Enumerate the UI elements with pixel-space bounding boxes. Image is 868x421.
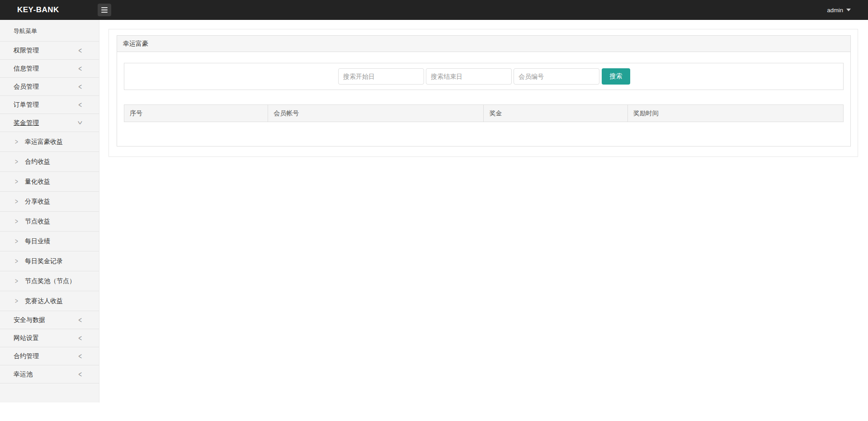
search-end-date-input[interactable] xyxy=(426,68,512,85)
chevron-right-icon: > xyxy=(15,257,18,265)
sidebar-item-label: 权限管理 xyxy=(14,47,39,55)
panel-title: 幸运富豪 xyxy=(117,36,850,52)
sidebar-item-information[interactable]: 信息管理 < xyxy=(0,60,99,78)
content-card: 幸运富豪 搜索 序号 xyxy=(108,29,858,157)
chevron-right-icon: > xyxy=(15,237,18,245)
chevron-left-icon: < xyxy=(78,351,82,361)
sidebar-item-label: 网站设置 xyxy=(14,334,39,342)
sidebar-item-label: 信息管理 xyxy=(14,65,39,73)
sidebar-subitem-label: 每日业绩 xyxy=(25,237,50,246)
panel-body: 搜索 序号 会员帐号 奖金 奖励时间 xyxy=(117,52,850,122)
sidebar-item-label: 安全与数据 xyxy=(14,316,45,324)
sidebar-subitem-daily-bonus-record[interactable]: > 每日奖金记录 xyxy=(0,251,99,271)
sidebar-item-members[interactable]: 会员管理 < xyxy=(0,78,99,96)
brand-logo: KEY-BANK xyxy=(17,5,59,14)
sidebar-subitem-node-income[interactable]: > 节点收益 xyxy=(0,212,99,232)
menu-toggle-button[interactable] xyxy=(98,4,111,16)
sidebar-subitem-label: 幸运富豪收益 xyxy=(25,138,63,146)
chevron-left-icon: < xyxy=(78,333,82,343)
sidebar-subitem-contest-master-income[interactable]: > 竞赛达人收益 xyxy=(0,291,99,311)
search-toolbar: 搜索 xyxy=(124,63,844,90)
search-start-date-input[interactable] xyxy=(338,68,424,85)
column-header-member-account: 会员帐号 xyxy=(268,105,484,122)
sidebar-nav-header: 导航菜单 xyxy=(0,20,99,42)
chevron-right-icon: > xyxy=(15,177,18,185)
chevron-right-icon: > xyxy=(15,157,18,166)
sidebar-subitem-label: 合约收益 xyxy=(25,158,50,166)
sidebar-item-security-data[interactable]: 安全与数据 < xyxy=(0,311,99,329)
sidebar-item-label: 合约管理 xyxy=(14,352,39,360)
sidebar-subitem-label: 量化收益 xyxy=(25,178,50,186)
sidebar-subitem-lucky-rich-income[interactable]: > 幸运富豪收益 xyxy=(0,132,99,152)
chevron-right-icon: > xyxy=(15,297,18,305)
column-header-index: 序号 xyxy=(124,105,268,122)
sidebar-item-permissions[interactable]: 权限管理 < xyxy=(0,42,99,60)
sidebar-item-label: 奖金管理 xyxy=(14,119,39,127)
chevron-left-icon: < xyxy=(78,100,82,109)
lucky-rich-panel: 幸运富豪 搜索 序号 xyxy=(117,35,851,147)
sidebar-item-label: 幸运池 xyxy=(14,370,33,378)
topbar: KEY-BANK admin xyxy=(0,0,868,20)
member-id-input[interactable] xyxy=(514,68,599,85)
results-table: 序号 会员帐号 奖金 奖励时间 xyxy=(124,104,844,122)
chevron-right-icon: > xyxy=(15,137,18,146)
chevron-left-icon: < xyxy=(78,82,82,91)
sidebar-subitem-daily-performance[interactable]: > 每日业绩 xyxy=(0,232,99,251)
user-dropdown[interactable]: admin xyxy=(827,0,851,20)
sidebar-item-lucky-pool[interactable]: 幸运池 < xyxy=(0,365,99,383)
sidebar-item-orders[interactable]: 订单管理 < xyxy=(0,96,99,114)
chevron-right-icon: > xyxy=(15,217,18,225)
chevron-right-icon: > xyxy=(15,197,18,205)
username-label: admin xyxy=(827,7,843,14)
sidebar-subitem-label: 节点收益 xyxy=(25,218,50,226)
sidebar-item-contract-management[interactable]: 合约管理 < xyxy=(0,347,99,365)
sidebar-subitem-label: 竞赛达人收益 xyxy=(25,297,63,305)
caret-down-icon xyxy=(846,9,851,11)
sidebar-subitem-label: 节点奖池（节点） xyxy=(25,277,75,285)
chevron-left-icon: < xyxy=(78,369,82,379)
sidebar-item-bonus[interactable]: 奖金管理 < xyxy=(0,114,99,132)
sidebar-subitem-node-pool[interactable]: > 节点奖池（节点） xyxy=(0,271,99,291)
sidebar-item-site-settings[interactable]: 网站设置 < xyxy=(0,329,99,347)
main-content: 幸运富豪 搜索 序号 xyxy=(99,20,868,157)
column-header-bonus: 奖金 xyxy=(484,105,627,122)
sidebar-item-label: 订单管理 xyxy=(14,101,39,109)
sidebar-item-label: 会员管理 xyxy=(14,83,39,91)
table-header-row: 序号 会员帐号 奖金 奖励时间 xyxy=(124,105,844,122)
sidebar-subitem-label: 每日奖金记录 xyxy=(25,257,63,265)
chevron-down-icon: < xyxy=(75,121,85,125)
sidebar-subitem-contract-income[interactable]: > 合约收益 xyxy=(0,152,99,172)
chevron-left-icon: < xyxy=(78,315,82,325)
chevron-left-icon: < xyxy=(78,64,82,73)
sidebar-subitem-quant-income[interactable]: > 量化收益 xyxy=(0,172,99,192)
search-button[interactable]: 搜索 xyxy=(602,68,630,85)
sidebar-subitem-share-income[interactable]: > 分享收益 xyxy=(0,192,99,212)
column-header-reward-time: 奖励时间 xyxy=(627,105,843,122)
sidebar-subitem-label: 分享收益 xyxy=(25,198,50,206)
chevron-left-icon: < xyxy=(78,46,82,55)
sidebar: 导航菜单 权限管理 < 信息管理 < 会员管理 < 订单管理 < 奖金管理 < … xyxy=(0,20,99,402)
chevron-right-icon: > xyxy=(15,277,18,285)
